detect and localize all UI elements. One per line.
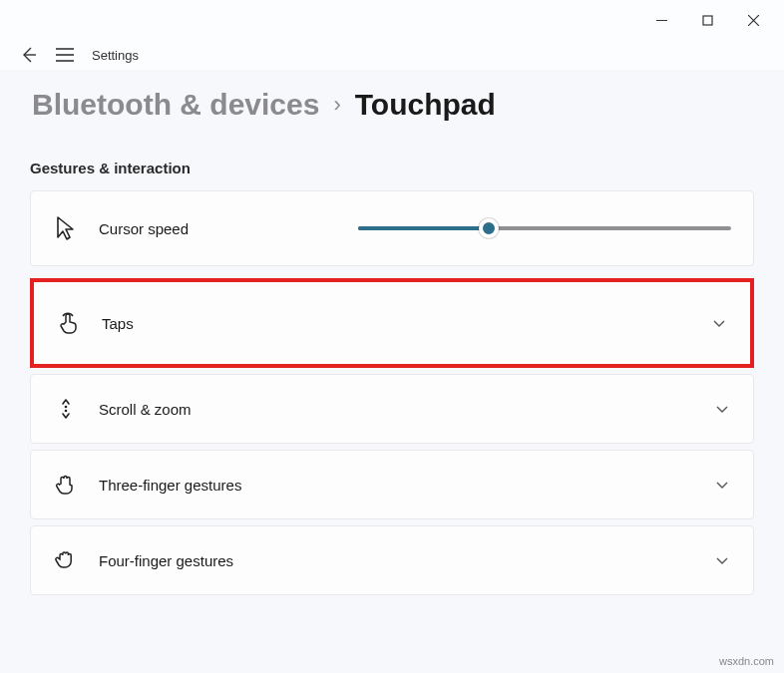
taps-label: Taps [102,315,134,332]
breadcrumb-current: Touchpad [355,88,496,122]
cursor-speed-slider[interactable] [358,226,731,230]
header: Settings [0,40,784,70]
minimize-button[interactable] [638,4,684,36]
close-button[interactable] [730,4,776,36]
tap-icon [56,311,82,335]
menu-button[interactable] [56,48,74,62]
chevron-down-icon [713,478,731,492]
svg-point-8 [65,406,68,409]
breadcrumb: Bluetooth & devices › Touchpad [0,70,784,130]
window-controls [0,0,784,40]
watermark: wsxdn.com [719,655,774,667]
svg-rect-1 [703,16,712,25]
chevron-down-icon [710,316,728,330]
chevron-down-icon [713,553,731,567]
three-finger-row[interactable]: Three-finger gestures [30,450,754,519]
chevron-down-icon [713,402,731,416]
four-finger-icon [53,548,79,572]
svg-point-9 [65,410,68,413]
four-finger-label: Four-finger gestures [99,552,233,569]
breadcrumb-parent[interactable]: Bluetooth & devices [32,88,319,122]
back-button[interactable] [20,46,38,64]
app-title: Settings [92,48,139,63]
content-area: Gestures & interaction Cursor speed Taps… [0,130,784,595]
cursor-speed-label: Cursor speed [99,220,189,237]
scroll-zoom-label: Scroll & zoom [99,401,192,418]
cursor-icon [53,215,79,241]
scroll-zoom-icon [53,397,79,421]
three-finger-icon [53,473,79,497]
scroll-zoom-row[interactable]: Scroll & zoom [30,374,754,444]
cursor-speed-row: Cursor speed [30,190,754,266]
section-header: Gestures & interaction [30,160,754,176]
three-finger-label: Three-finger gestures [99,477,241,494]
four-finger-row[interactable]: Four-finger gestures [30,525,754,595]
chevron-right-icon: › [333,92,340,118]
maximize-button[interactable] [684,4,730,36]
taps-row[interactable]: Taps [30,278,754,368]
